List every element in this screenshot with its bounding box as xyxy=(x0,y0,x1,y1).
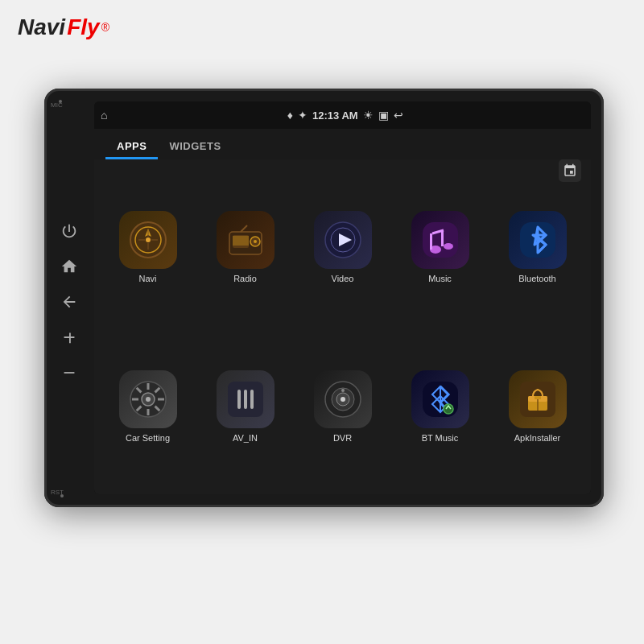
tab-apps[interactable]: APPS xyxy=(105,135,158,159)
svg-rect-37 xyxy=(244,390,247,409)
svg-rect-50 xyxy=(535,396,541,399)
svg-point-43 xyxy=(341,389,345,392)
app-icon-apkinstaller xyxy=(509,370,567,428)
clock: 12:13 AM xyxy=(312,109,358,122)
app-btmusic[interactable]: BT Music xyxy=(391,327,489,486)
app-bluetooth[interactable]: Bluetooth xyxy=(489,167,586,327)
home-status-icon: ⌂ xyxy=(101,109,107,122)
app-label-carsetting: Car Setting xyxy=(126,433,170,443)
back-nav-icon: ↩ xyxy=(394,109,403,122)
app-apkinstaller[interactable]: ApkInstaller xyxy=(489,327,586,486)
logo-navi: Navi xyxy=(18,14,65,40)
app-music[interactable]: Music xyxy=(391,167,489,327)
app-video[interactable]: Video xyxy=(294,167,391,327)
app-grid: Navi xyxy=(94,159,591,494)
svg-rect-21 xyxy=(430,233,432,250)
hardware-buttons-panel xyxy=(44,89,94,507)
home-button[interactable] xyxy=(59,256,80,277)
logo-registered: ® xyxy=(101,21,109,34)
logo-fly: Fly xyxy=(67,14,99,40)
svg-rect-17 xyxy=(423,222,458,258)
svg-point-26 xyxy=(146,397,151,402)
store-button[interactable] xyxy=(559,159,581,182)
status-left: ⌂ xyxy=(101,109,107,122)
svg-point-2 xyxy=(146,237,151,242)
brightness-icon: ☀ xyxy=(363,109,374,122)
svg-line-13 xyxy=(241,225,247,232)
app-icon-bluetooth xyxy=(509,211,567,269)
status-bar: ⌂ ♦ ✦ 12:13 AM ☀ ▣ ↩ xyxy=(94,101,591,129)
app-icon-carsetting xyxy=(119,370,177,428)
status-center: ♦ ✦ 12:13 AM ☀ ▣ ↩ xyxy=(287,109,403,122)
app-label-radio: Radio xyxy=(233,274,257,283)
app-label-music: Music xyxy=(428,274,452,283)
app-icon-video xyxy=(314,211,372,269)
app-icon-dvr xyxy=(314,370,372,428)
app-icon-radio xyxy=(217,211,275,269)
svg-rect-36 xyxy=(237,390,241,409)
app-navi[interactable]: Navi xyxy=(99,167,196,327)
svg-rect-38 xyxy=(250,390,254,409)
back-button[interactable] xyxy=(59,291,80,312)
screen: ⌂ ♦ ✦ 12:13 AM ☀ ▣ ↩ APPS WIDGETS xyxy=(94,101,591,494)
svg-point-19 xyxy=(444,243,453,250)
app-radio[interactable]: Radio xyxy=(196,167,294,327)
volume-down-button[interactable] xyxy=(59,362,80,383)
app-icon-music xyxy=(411,211,469,269)
app-label-btmusic: BT Music xyxy=(422,433,459,443)
app-label-avin: AV_IN xyxy=(233,433,258,443)
tab-bar: APPS WIDGETS xyxy=(94,129,591,159)
window-icon: ▣ xyxy=(378,109,389,122)
app-icon-btmusic xyxy=(411,370,469,428)
power-button[interactable] xyxy=(59,221,80,242)
app-dvr[interactable]: DVR xyxy=(294,327,391,486)
svg-rect-20 xyxy=(441,230,444,246)
app-label-video: Video xyxy=(332,274,354,283)
app-icon-avin xyxy=(217,370,275,428)
app-label-bluetooth: Bluetooth xyxy=(518,274,555,283)
location-icon: ♦ xyxy=(287,109,293,122)
device: MIC RST ⌂ ♦ ✦ 12:13 AM xyxy=(44,89,604,507)
bluetooth-status-icon: ✦ xyxy=(298,109,308,122)
volume-up-button[interactable] xyxy=(59,327,80,348)
brand-logo: NaviFly® xyxy=(18,14,109,40)
app-label-dvr: DVR xyxy=(333,433,352,443)
app-avin[interactable]: AV_IN xyxy=(196,327,294,486)
svg-point-12 xyxy=(254,240,257,243)
svg-point-42 xyxy=(341,397,345,402)
tab-widgets[interactable]: WIDGETS xyxy=(158,135,232,159)
app-icon-navi xyxy=(119,211,177,269)
app-label-apkinstaller: ApkInstaller xyxy=(514,433,560,443)
app-label-navi: Navi xyxy=(138,274,156,283)
app-carsetting[interactable]: Car Setting xyxy=(99,327,196,486)
